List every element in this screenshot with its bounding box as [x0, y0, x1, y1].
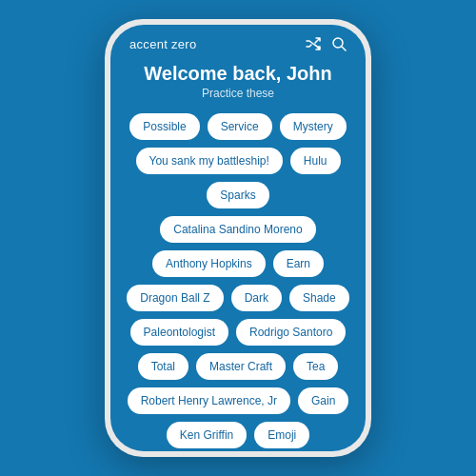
search-icon[interactable] — [331, 36, 347, 51]
svg-line-1 — [342, 47, 346, 50]
welcome-subtitle: Practice these — [126, 87, 350, 100]
chip[interactable]: Earn — [273, 250, 324, 277]
chip[interactable]: Ken Griffin — [167, 422, 247, 448]
chip[interactable]: Possible — [129, 113, 199, 140]
chip[interactable]: Dark — [231, 285, 282, 311]
chip[interactable]: Paleontologist — [130, 319, 228, 346]
chip[interactable]: Master Craft — [196, 353, 286, 380]
phone-frame: accent zero Welcome back, John Practice … — [105, 19, 371, 457]
chip[interactable]: Gain — [298, 387, 348, 414]
chip[interactable]: Shade — [289, 285, 349, 311]
screen-content: Welcome back, John Practice these Possib… — [110, 57, 366, 451]
chip[interactable]: Sparks — [207, 182, 268, 208]
chip[interactable]: Emoji — [254, 422, 309, 448]
welcome-title: Welcome back, John — [126, 63, 350, 85]
chips-container: PossibleServiceMysteryYou sank my battle… — [126, 113, 350, 448]
chip[interactable]: Anthony Hopkins — [152, 250, 266, 277]
chip[interactable]: Mystery — [280, 113, 347, 140]
chip[interactable]: Rodrigo Santoro — [236, 319, 346, 346]
chip[interactable]: Service — [208, 113, 272, 140]
chip[interactable]: Robert Henry Lawrence, Jr — [128, 387, 290, 414]
chip[interactable]: Dragon Ball Z — [127, 285, 223, 311]
chip[interactable]: Catalina Sandino Moreno — [160, 216, 315, 243]
phone-screen: accent zero Welcome back, John Practice … — [110, 25, 366, 451]
chip[interactable]: You sank my battleship! — [136, 148, 283, 174]
status-icons — [305, 36, 347, 51]
chip[interactable]: Total — [138, 353, 188, 380]
shuffle-icon[interactable] — [305, 37, 322, 50]
app-name: accent zero — [129, 37, 197, 51]
chip[interactable]: Tea — [293, 353, 338, 380]
chip[interactable]: Hulu — [290, 148, 341, 174]
status-bar: accent zero — [110, 25, 366, 57]
